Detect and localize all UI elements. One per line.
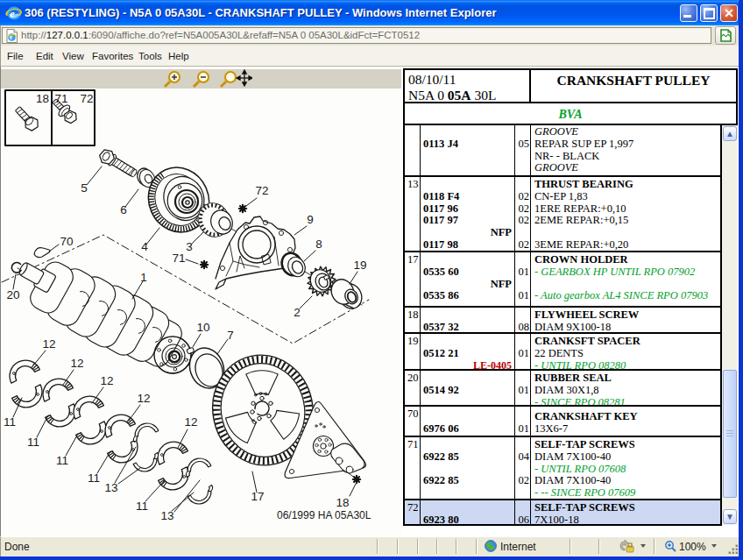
svg-text:11: 11	[136, 500, 148, 513]
svg-text:18: 18	[36, 92, 49, 105]
svg-text:19: 19	[353, 259, 366, 272]
svg-text:12: 12	[100, 374, 113, 387]
svg-text:13: 13	[160, 509, 173, 522]
svg-text:18: 18	[336, 496, 349, 509]
svg-text:3: 3	[186, 240, 193, 253]
svg-text:1: 1	[140, 271, 147, 284]
svg-text:12: 12	[184, 415, 197, 429]
svg-text:12: 12	[137, 392, 150, 405]
svg-text:12: 12	[70, 357, 83, 370]
svg-text:72: 72	[255, 184, 268, 197]
svg-text:71: 71	[54, 92, 67, 105]
svg-text:7: 7	[227, 329, 234, 342]
svg-text:2: 2	[294, 306, 301, 319]
svg-text:71: 71	[172, 252, 185, 265]
svg-text:5: 5	[81, 181, 88, 195]
svg-text:12: 12	[42, 337, 55, 351]
svg-text:20: 20	[6, 288, 19, 301]
svg-text:11: 11	[56, 454, 68, 467]
svg-text:8: 8	[315, 237, 322, 251]
svg-text:4: 4	[141, 240, 148, 253]
svg-text:6: 6	[120, 203, 127, 216]
svg-text:06/1999 HA 05A30L: 06/1999 HA 05A30L	[277, 509, 372, 521]
svg-text:72: 72	[80, 92, 93, 105]
svg-text:13: 13	[104, 481, 117, 494]
svg-text:11: 11	[4, 415, 16, 429]
svg-text:17: 17	[251, 490, 264, 503]
svg-text:70: 70	[60, 235, 73, 248]
svg-text:9: 9	[307, 213, 314, 226]
svg-text:10: 10	[196, 321, 209, 334]
svg-text:11: 11	[88, 471, 100, 485]
svg-text:11: 11	[27, 436, 39, 449]
